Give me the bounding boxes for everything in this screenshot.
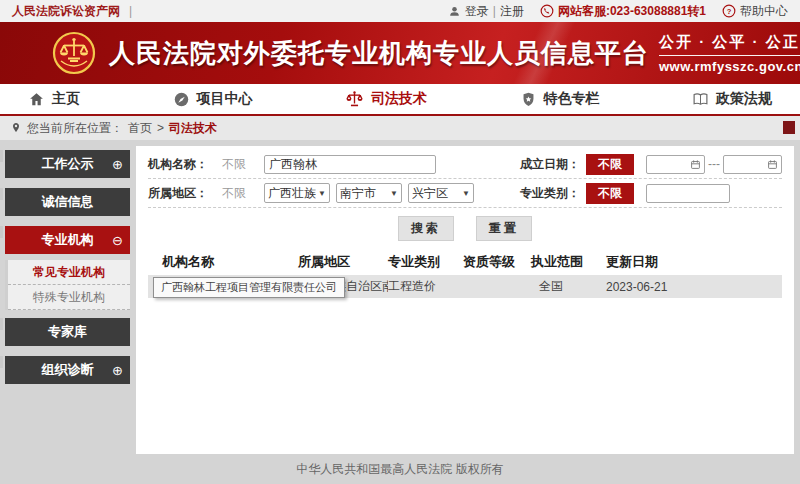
col-header-region: 所属地区 — [298, 253, 388, 271]
submenu-item-special-orgs[interactable]: 特殊专业机构 — [8, 285, 130, 310]
nav-item-label: 主页 — [52, 90, 80, 108]
location-pin-icon — [10, 122, 22, 134]
date-to-input[interactable] — [723, 155, 782, 174]
org-name-label: 机构名称： — [148, 156, 208, 173]
cell-updated: 2023-06-21 — [606, 280, 782, 294]
compass-icon — [173, 91, 190, 108]
utility-bar: 人民法院诉讼资产网 | 登录 | 注册 网站客服:023-63088881转1 … — [0, 0, 800, 22]
banner-slogan: 公开 · 公平 · 公正 — [659, 33, 800, 56]
city-select[interactable]: 南宁市 ▼ — [336, 183, 402, 203]
expand-icon[interactable]: ⊕ — [112, 158, 123, 171]
col-header-category: 专业类别 — [388, 253, 463, 271]
site-link[interactable]: 人民法院诉讼资产网 — [12, 3, 120, 20]
breadcrumb-separator: > — [157, 121, 164, 135]
nav-item-label: 司法技术 — [371, 90, 427, 108]
chevron-down-icon: ▼ — [390, 189, 398, 198]
submenu-item-label: 常见专业机构 — [33, 264, 105, 281]
login-link[interactable]: 登录 — [465, 3, 489, 20]
help-center-link[interactable]: 帮助中心 — [740, 3, 788, 20]
reset-button[interactable]: 重置 — [476, 216, 532, 241]
breadcrumb-current[interactable]: 司法技术 — [169, 120, 217, 137]
form-row-1: 机构名称： 不限 成立日期： 不限 --- — [148, 150, 782, 179]
expand-icon[interactable]: ⊕ — [112, 364, 123, 377]
help-icon: ? — [722, 4, 736, 18]
sidebar-item-label: 专业机构 — [42, 231, 94, 249]
phone-icon — [540, 4, 554, 18]
content-area: 工作公示 ⊕ 诚信信息 专业机构 ⊖ 常见专业机构 特殊专业机构 专家库 组织诊… — [0, 140, 800, 454]
sidebar-item-integrity-info[interactable]: 诚信信息 — [5, 188, 130, 216]
org-name-input[interactable] — [264, 155, 436, 174]
sidebar-item-label: 工作公示 — [42, 155, 94, 173]
hotline-text: 网站客服:023-63088881转1 — [558, 3, 706, 20]
nav-item-label: 特色专栏 — [544, 90, 600, 108]
user-icon — [448, 5, 461, 18]
nav-item-label: 项目中心 — [197, 90, 253, 108]
nav-item-policy[interactable]: 政策法规 — [692, 90, 772, 108]
banner-url: www.rmfysszc.gov.cn — [659, 59, 800, 74]
breadcrumb: 您当前所在位置： 首页 > 司法技术 — [0, 116, 800, 140]
category-input[interactable] — [646, 184, 730, 203]
category-label: 专业类别： — [520, 185, 580, 202]
sidebar-item-label: 专家库 — [48, 323, 87, 341]
date-range-separator: --- — [708, 157, 720, 171]
search-button[interactable]: 搜索 — [398, 216, 454, 241]
search-panel: 机构名称： 不限 成立日期： 不限 --- — [136, 146, 794, 454]
org-name-tooltip: 广西翰林工程项目管理有限责任公司 — [153, 277, 345, 298]
col-header-scope: 执业范围 — [531, 253, 606, 271]
sidebar-item-professional-orgs[interactable]: 专业机构 ⊖ — [5, 226, 130, 254]
nav-item-home[interactable]: 主页 — [28, 90, 80, 108]
sidebar-item-work-publicity[interactable]: 工作公示 ⊕ — [5, 150, 130, 178]
founded-date-label: 成立日期： — [520, 156, 580, 173]
col-header-updated: 更新日期 — [606, 253, 782, 271]
site-banner: 人民法院对外委托专业机构专业人员信息平台 公开 · 公平 · 公正 www.rm… — [0, 22, 800, 84]
cell-category: 工程造价 — [388, 278, 463, 295]
calendar-icon — [767, 159, 778, 170]
breadcrumb-prefix: 您当前所在位置： — [27, 120, 123, 137]
date-from-input[interactable] — [646, 155, 705, 174]
province-select[interactable]: 广西壮族自治 ▼ — [264, 183, 330, 203]
book-icon — [692, 91, 709, 108]
page-title: 人民法院对外委托专业机构专业人员信息平台 — [109, 36, 649, 71]
region-label: 所属地区： — [148, 185, 208, 202]
category-any-badge[interactable]: 不限 — [586, 183, 634, 204]
nav-item-project-center[interactable]: 项目中心 — [173, 90, 253, 108]
founded-date-any-badge[interactable]: 不限 — [586, 154, 634, 175]
region-any[interactable]: 不限 — [222, 185, 246, 202]
nav-item-label: 政策法规 — [716, 90, 772, 108]
org-name-any[interactable]: 不限 — [222, 156, 246, 173]
breadcrumb-home-link[interactable]: 首页 — [128, 120, 152, 137]
submenu-item-label: 特殊专业机构 — [33, 289, 105, 306]
submenu-item-common-orgs[interactable]: 常见专业机构 — [8, 260, 130, 285]
chevron-down-icon: ▼ — [462, 189, 470, 198]
form-row-2: 所属地区： 不限 广西壮族自治 ▼ 南宁市 ▼ 兴宁区 ▼ 专业类别： 不限 — [148, 179, 782, 208]
form-actions: 搜索 重置 — [148, 208, 782, 248]
divider: | — [129, 4, 132, 18]
col-header-grade: 资质等级 — [463, 253, 531, 271]
nav-item-featured-column[interactable]: 特色专栏 — [520, 90, 600, 108]
corner-marker — [783, 121, 795, 134]
shield-star-icon — [520, 91, 537, 108]
nav-item-judicial-tech[interactable]: 司法技术 — [345, 90, 427, 109]
main-nav: 主页 项目中心 司法技术 特色专栏 — [0, 84, 800, 116]
sidebar-item-label: 诚信信息 — [42, 193, 94, 211]
sidebar-item-label: 组织诊断 — [42, 361, 94, 379]
calendar-icon — [690, 159, 701, 170]
results-table-header: 机构名称 所属地区 专业类别 资质等级 执业范围 更新日期 — [148, 248, 782, 275]
copyright-text: 中华人民共和国最高人民法院 版权所有 — [296, 461, 503, 478]
col-header-org: 机构名称 — [148, 253, 298, 271]
sidebar: 工作公示 ⊕ 诚信信息 专业机构 ⊖ 常见专业机构 特殊专业机构 专家库 组织诊… — [0, 146, 136, 454]
sidebar-item-org-diagnosis[interactable]: 组织诊断 ⊕ — [5, 356, 130, 384]
register-link[interactable]: 注册 — [500, 3, 524, 20]
home-icon — [28, 91, 45, 108]
chevron-down-icon: ▼ — [318, 189, 326, 198]
footer: 中华人民共和国最高人民法院 版权所有 — [0, 454, 800, 484]
sidebar-submenu: 常见专业机构 特殊专业机构 — [5, 260, 130, 310]
collapse-icon[interactable]: ⊖ — [112, 234, 123, 247]
district-select[interactable]: 兴宁区 ▼ — [408, 183, 474, 203]
sidebar-item-expert-library[interactable]: 专家库 — [5, 318, 130, 346]
divider: | — [493, 4, 496, 18]
court-emblem-icon — [52, 31, 96, 75]
scales-icon — [345, 90, 364, 109]
cell-scope: 全国 — [531, 278, 606, 295]
svg-text:?: ? — [727, 7, 732, 16]
